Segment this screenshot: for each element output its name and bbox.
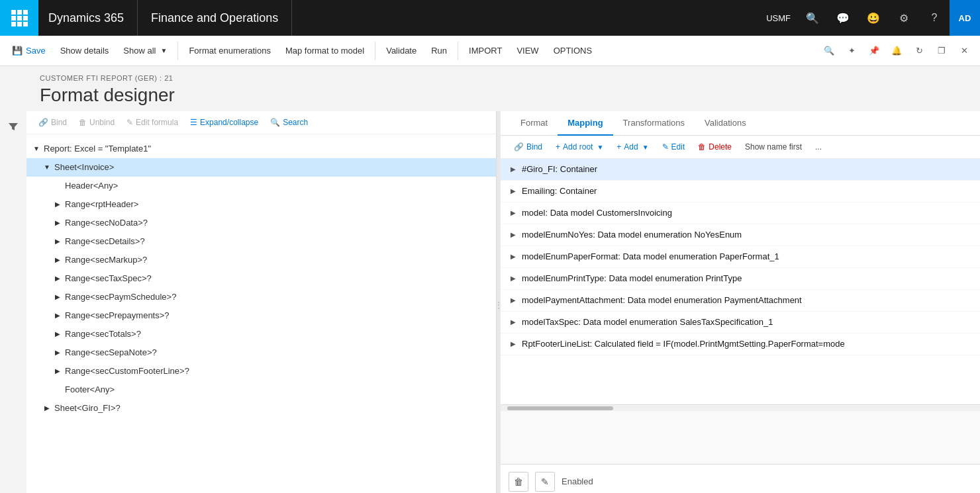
help-icon[interactable]: ? bbox=[919, 0, 950, 36]
tree-label: Range<secNoData>? bbox=[65, 216, 148, 230]
tree-arrow bbox=[53, 330, 62, 339]
tree-item[interactable]: Range<secTotals>? bbox=[26, 325, 496, 343]
validate-button[interactable]: Validate bbox=[379, 42, 423, 60]
mapping-bind-button[interactable]: 🔗 Bind bbox=[509, 140, 548, 154]
mapping-item[interactable]: #Giro_FI: Container bbox=[501, 159, 980, 181]
bind-button[interactable]: 🔗 Bind bbox=[33, 115, 72, 130]
tree-item[interactable]: Range<secPaymSchedule>? bbox=[26, 288, 496, 306]
show-all-button[interactable]: Show all ▼ bbox=[117, 42, 173, 60]
avatar[interactable]: AD bbox=[950, 0, 980, 36]
tree-item[interactable]: Range<secCustomFooterLine>? bbox=[26, 362, 496, 381]
settings-icon[interactable]: ⚙ bbox=[889, 0, 919, 36]
mapping-item[interactable]: modelEnumNoYes: Data model enumeration N… bbox=[501, 224, 980, 246]
search-button[interactable]: 🔍 Search bbox=[265, 115, 313, 130]
edit-formula-button[interactable]: ✎ Edit formula bbox=[121, 115, 183, 130]
import-label: IMPORT bbox=[469, 46, 502, 56]
delete-bottom-button[interactable]: 🗑 bbox=[509, 472, 528, 492]
mapping-label: modelEnumNoYes: Data model enumeration N… bbox=[522, 228, 742, 242]
tab-format[interactable]: Format bbox=[511, 111, 558, 136]
show-details-button[interactable]: Show details bbox=[54, 42, 116, 60]
mapping-item[interactable]: Emailing: Container bbox=[501, 181, 980, 202]
search-bar-icon[interactable]: 🔍 bbox=[818, 40, 840, 62]
search-icon[interactable]: 🔍 bbox=[797, 0, 828, 36]
mapping-arrow bbox=[509, 230, 518, 240]
delete-label: Delete bbox=[709, 142, 732, 152]
tree-item[interactable]: Sheet<Giro_FI>? bbox=[26, 399, 496, 418]
edit-button[interactable]: ✎ Edit bbox=[657, 140, 691, 154]
mapping-scrollbar[interactable] bbox=[501, 404, 980, 411]
tree-item[interactable]: Range<secDetails>? bbox=[26, 232, 496, 251]
divider-3 bbox=[458, 42, 458, 60]
tree-label: Range<secPaymSchedule>? bbox=[65, 290, 176, 304]
save-button[interactable]: 💾 Save bbox=[5, 42, 52, 60]
add-root-icon: + bbox=[556, 142, 560, 152]
mapping-item[interactable]: modelEnumPrintType: Data model enumerati… bbox=[501, 268, 980, 290]
mapping-item[interactable]: model: Data model CustomersInvoicing bbox=[501, 202, 980, 224]
mapping-label: modelEnumPaperFormat: Data model enumera… bbox=[522, 249, 779, 264]
validate-label: Validate bbox=[386, 46, 416, 56]
tree-item[interactable]: Range<rptHeader> bbox=[26, 195, 496, 214]
emoji-icon[interactable]: 😀 bbox=[858, 0, 889, 36]
mapping-bottom: 🗑 ✎ Enabled bbox=[501, 464, 980, 493]
more-button[interactable]: ... bbox=[810, 140, 827, 154]
tree-item[interactable]: Range<secSepaNote>? bbox=[26, 343, 496, 362]
view-button[interactable]: VIEW bbox=[510, 42, 545, 60]
mapping-panel: Format Mapping Transformations Validatio… bbox=[501, 111, 980, 493]
close-icon[interactable]: ✕ bbox=[954, 40, 975, 62]
tree-arrow bbox=[53, 200, 62, 209]
add-root-button[interactable]: + Add root ▼ bbox=[550, 140, 609, 154]
tree-arrow bbox=[42, 404, 52, 413]
show-name-first-button[interactable]: Show name first bbox=[740, 140, 807, 154]
tree-item[interactable]: Range<secNoData>? bbox=[26, 214, 496, 232]
tab-mapping[interactable]: Mapping bbox=[558, 111, 612, 136]
mapping-item[interactable]: modelEnumPaperFormat: Data model enumera… bbox=[501, 246, 980, 268]
delete-button[interactable]: 🗑 Delete bbox=[693, 140, 737, 154]
notification-icon[interactable]: 🔔 bbox=[886, 40, 907, 62]
tab-transformations[interactable]: Transformations bbox=[613, 111, 695, 136]
open-icon[interactable]: ❐ bbox=[931, 40, 952, 62]
format-enumerations-button[interactable]: Format enumerations bbox=[182, 42, 277, 60]
page-title: Format designer bbox=[40, 85, 960, 106]
mapping-arrow bbox=[509, 274, 518, 283]
mapping-arrow bbox=[509, 208, 518, 218]
left-sidebar bbox=[0, 111, 26, 493]
mapping-bind-label: Bind bbox=[526, 142, 542, 152]
show-name-first-label: Show name first bbox=[745, 142, 802, 152]
unbind-button[interactable]: 🗑 Unbind bbox=[74, 115, 120, 130]
add-button[interactable]: + Add ▼ bbox=[611, 140, 654, 154]
tree-arrow bbox=[53, 292, 62, 302]
scrollbar-thumb[interactable] bbox=[507, 406, 613, 410]
tree-item[interactable]: Range<secTaxSpec>? bbox=[26, 269, 496, 288]
mapping-label: #Giro_FI: Container bbox=[522, 162, 597, 177]
refresh-icon[interactable]: ↻ bbox=[908, 40, 930, 62]
tree-item[interactable]: Header<Any> bbox=[26, 177, 496, 195]
edit-bottom-button[interactable]: ✎ bbox=[535, 472, 555, 492]
run-label: Run bbox=[431, 46, 447, 56]
tab-validations[interactable]: Validations bbox=[695, 111, 756, 136]
add-root-label: Add root bbox=[563, 142, 593, 152]
expand-collapse-button[interactable]: ☰ Expand/collapse bbox=[185, 115, 264, 130]
tree-item[interactable]: Report: Excel = "Template1" bbox=[26, 140, 496, 158]
tree-label: Range<rptHeader> bbox=[65, 197, 138, 212]
mapping-item[interactable]: modelTaxSpec: Data model enumeration Sal… bbox=[501, 312, 980, 334]
chat-icon[interactable]: 💬 bbox=[828, 0, 858, 36]
waffle-button[interactable] bbox=[0, 0, 38, 36]
mapping-tabs: Format Mapping Transformations Validatio… bbox=[501, 111, 980, 136]
tree-item[interactable]: Footer<Any> bbox=[26, 381, 496, 399]
tree-item[interactable]: Range<secPrepayments>? bbox=[26, 306, 496, 325]
bookmark-icon[interactable]: ✦ bbox=[841, 40, 862, 62]
company-selector[interactable]: USMF bbox=[760, 13, 797, 23]
tree-label: Footer<Any> bbox=[65, 382, 115, 397]
map-format-to-model-button[interactable]: Map format to model bbox=[279, 42, 371, 60]
options-button[interactable]: OPTIONS bbox=[547, 42, 599, 60]
filter-icon[interactable] bbox=[3, 116, 24, 138]
import-button[interactable]: IMPORT bbox=[462, 42, 509, 60]
top-nav-right: USMF 🔍 💬 😀 ⚙ ? AD bbox=[760, 0, 980, 36]
mapping-item[interactable]: modelPaymentAttachment: Data model enume… bbox=[501, 290, 980, 312]
mapping-item[interactable]: RptFooterLineList: Calculated field = IF… bbox=[501, 334, 980, 355]
tree-item[interactable]: Range<secMarkup>? bbox=[26, 251, 496, 269]
tree-item[interactable]: Sheet<Invoice> bbox=[26, 158, 496, 177]
pin-icon[interactable]: 📌 bbox=[863, 40, 885, 62]
action-bar-right: 🔍 ✦ 📌 🔔 ↻ ❐ ✕ bbox=[818, 40, 975, 62]
run-button[interactable]: Run bbox=[424, 42, 454, 60]
